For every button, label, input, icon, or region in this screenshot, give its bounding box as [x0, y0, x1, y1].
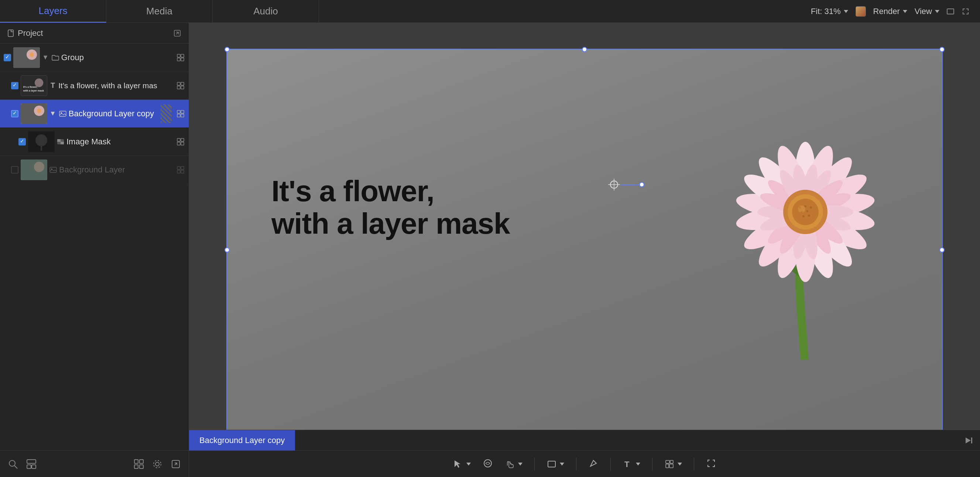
layer-checkbox-image-mask[interactable] — [19, 138, 26, 145]
grid-icon[interactable] — [133, 458, 145, 470]
flower-container — [691, 57, 920, 359]
status-label: Background Layer copy — [189, 430, 295, 450]
layer-action-bg-layer[interactable] — [176, 165, 185, 174]
layer-action-bg-copy[interactable] — [176, 109, 185, 118]
layer-info-bg-copy: ▼ Background Layer copy — [49, 109, 158, 119]
layer-checkbox-bg-copy[interactable] — [11, 110, 19, 118]
tab-media[interactable]: Media — [107, 0, 213, 22]
tab-audio[interactable]: Audio — [213, 0, 319, 22]
canvas-area: It's a flower, with a layer mask — [189, 23, 980, 477]
svg-rect-24 — [177, 114, 180, 117]
layer-action-group[interactable] — [176, 53, 185, 62]
svg-point-44 — [9, 460, 15, 466]
svg-line-111 — [593, 460, 597, 463]
expand-icon[interactable] — [961, 7, 970, 16]
text-tool[interactable]: T — [622, 459, 640, 469]
layer-info-text: T It's a flower, with a layer mas — [49, 81, 174, 90]
layer-thumb-bg-layer — [21, 159, 47, 180]
group-folder-icon — [52, 55, 59, 60]
svg-rect-15 — [177, 86, 180, 89]
layer-checkbox-group[interactable] — [4, 54, 11, 61]
svg-rect-47 — [27, 465, 31, 469]
orbit-tool[interactable] — [483, 458, 493, 470]
tab-audio-label: Audio — [253, 6, 278, 17]
main-area: Project — [0, 23, 980, 477]
mask-indicator — [161, 105, 172, 123]
orbit-icon — [483, 458, 493, 469]
layer-row-bg-copy[interactable]: ▼ Background Layer copy — [0, 100, 189, 128]
layer-row-image-mask[interactable]: Image Mask — [0, 128, 189, 156]
pen-tool[interactable] — [588, 458, 598, 470]
tab-layers[interactable]: Layers — [0, 0, 107, 22]
group-expand-icon: ▼ — [42, 54, 49, 61]
svg-rect-0 — [8, 30, 13, 37]
svg-rect-114 — [670, 460, 673, 463]
top-tabs: Layers Media Audio Fit: 31% Render View — [0, 0, 980, 23]
project-action-icon[interactable] — [172, 29, 182, 38]
gear-icon[interactable] — [152, 458, 163, 470]
view-button[interactable]: View — [915, 6, 939, 16]
panel-toggle[interactable] — [947, 8, 954, 14]
layout-icon-bt — [664, 459, 675, 469]
svg-point-99 — [806, 210, 808, 212]
svg-rect-33 — [181, 138, 184, 142]
layout-icon[interactable] — [26, 458, 37, 470]
hand-tool-chevron — [518, 463, 522, 466]
svg-point-27 — [35, 134, 47, 146]
layer-action-text[interactable] — [176, 81, 185, 90]
arrow-tool[interactable] — [453, 459, 471, 469]
handle-top-left[interactable] — [224, 47, 230, 52]
timeline-controls — [964, 436, 980, 445]
svg-rect-41 — [181, 167, 184, 170]
handle-middle-left[interactable] — [224, 247, 230, 253]
layer-checkbox-bg-layer[interactable] — [11, 166, 19, 173]
render-label: Render — [873, 6, 900, 16]
search-icon[interactable] — [7, 458, 19, 470]
handle-dot[interactable] — [639, 182, 644, 187]
sidebar: Project — [0, 23, 189, 477]
layer-row-text[interactable]: It's a flower, with a layer mask T It's … — [0, 72, 189, 100]
skip-to-end-icon[interactable] — [964, 436, 973, 445]
svg-rect-34 — [177, 142, 180, 145]
project-label: Project — [18, 29, 43, 38]
render-button[interactable]: Render — [873, 6, 907, 16]
rect-tool[interactable] — [547, 459, 564, 469]
color-swatch[interactable] — [856, 6, 866, 17]
fit-control[interactable]: Fit: 31% — [811, 6, 848, 16]
handle-top-right[interactable] — [939, 47, 945, 52]
crosshair-icon[interactable] — [608, 178, 621, 191]
layer-row-group[interactable]: ▼ Group — [0, 44, 189, 72]
svg-rect-110 — [548, 461, 555, 467]
svg-point-97 — [810, 207, 812, 208]
canvas-viewport[interactable]: It's a flower, with a layer mask — [189, 23, 980, 477]
svg-point-109 — [484, 460, 492, 467]
svg-rect-13 — [177, 82, 180, 85]
fit-label: Fit: 31% — [811, 6, 841, 16]
sidebar-bottom-icons — [7, 458, 37, 470]
handle-top-center[interactable] — [582, 47, 587, 52]
expand-corners-icon — [706, 458, 716, 469]
svg-rect-35 — [181, 142, 184, 145]
bg-layer-image-icon — [49, 167, 57, 173]
layer-action-image-mask[interactable] — [176, 137, 185, 146]
svg-rect-32 — [177, 138, 180, 142]
svg-text:It's a flower,: It's a flower, — [23, 85, 38, 88]
toolbar-sep-2 — [576, 458, 576, 471]
svg-rect-38 — [50, 167, 57, 172]
svg-rect-25 — [181, 114, 184, 117]
svg-rect-14 — [181, 82, 184, 85]
expand-tool[interactable] — [706, 458, 716, 470]
hand-tool[interactable] — [505, 459, 522, 469]
layout-tool[interactable] — [664, 459, 682, 469]
tab-media-label: Media — [146, 6, 172, 17]
layer-row-bg-layer[interactable]: Background Layer — [0, 156, 189, 184]
handle-middle-right[interactable] — [939, 247, 945, 253]
arrow-tool-chevron — [466, 463, 471, 466]
svg-rect-8 — [181, 58, 184, 61]
layer-checkbox-text[interactable] — [11, 82, 19, 89]
mask-type-icon — [57, 139, 64, 145]
project-icon — [6, 29, 15, 37]
svg-rect-23 — [181, 110, 184, 113]
share-icon[interactable] — [170, 458, 181, 470]
bg-copy-expand-icon: ▼ — [49, 110, 56, 118]
